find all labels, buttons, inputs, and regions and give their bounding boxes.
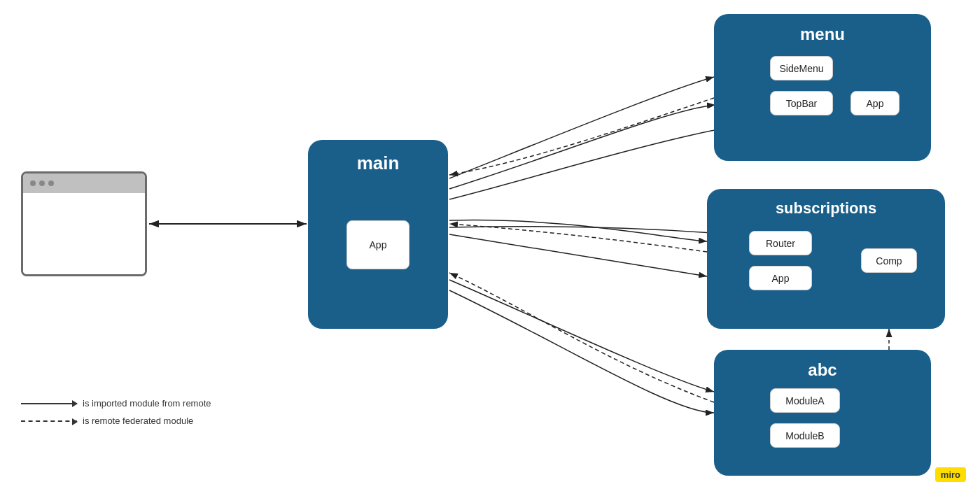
main-app-box: App — [346, 220, 410, 269]
legend: is imported module from remote is remote… — [21, 398, 211, 433]
module-main: main App — [308, 140, 448, 329]
menu-sidemenu-box: SideMenu — [770, 56, 833, 80]
module-subscriptions-title: subscriptions — [707, 199, 945, 218]
abc-moduleb-box: ModuleB — [770, 423, 840, 448]
subscriptions-router-box: Router — [749, 231, 812, 255]
subscriptions-comp-box: Comp — [861, 248, 917, 273]
module-abc: abc ModuleA ModuleB — [714, 350, 931, 476]
module-menu: menu SideMenu TopBar App — [714, 14, 931, 161]
menu-topbar-box: TopBar — [770, 91, 833, 115]
browser-dot-3 — [48, 180, 54, 186]
browser-body — [23, 193, 145, 274]
module-abc-title: abc — [714, 360, 931, 380]
miro-badge: miro — [935, 467, 966, 482]
browser-dot-1 — [30, 180, 36, 186]
diagram-container: main App menu SideMenu TopBar App subscr… — [0, 0, 980, 489]
legend-dashed-label: is remote federated module — [83, 416, 193, 426]
abc-modulea-box: ModuleA — [770, 388, 840, 413]
browser-window — [21, 171, 147, 276]
legend-solid-label: is imported module from remote — [83, 398, 211, 409]
browser-dot-2 — [39, 180, 45, 186]
legend-dashed-item: is remote federated module — [21, 416, 211, 426]
module-menu-title: menu — [714, 24, 931, 44]
legend-dashed-line — [21, 420, 77, 422]
browser-titlebar — [23, 173, 145, 193]
menu-app-box: App — [850, 91, 899, 115]
module-subscriptions: subscriptions Router App Comp — [707, 189, 945, 329]
legend-solid-item: is imported module from remote — [21, 398, 211, 409]
subscriptions-app-box: App — [749, 266, 812, 290]
module-main-title: main — [308, 153, 448, 174]
legend-solid-line — [21, 403, 77, 404]
